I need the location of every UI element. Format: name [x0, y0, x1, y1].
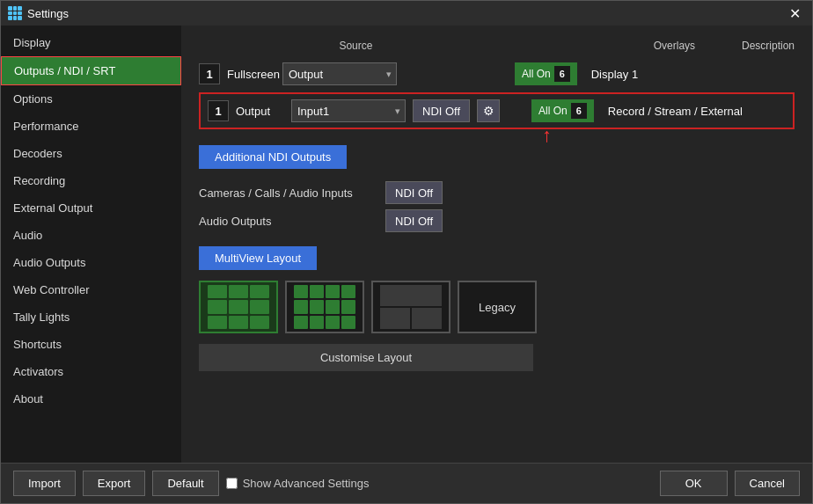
sidebar-item-about[interactable]: About — [1, 385, 181, 413]
sidebar-item-audio-outputs[interactable]: Audio Outputs — [1, 249, 181, 276]
main-content: Display Outputs / NDI / SRT Options Perf… — [1, 26, 812, 463]
import-button[interactable]: Import — [13, 471, 76, 496]
layout-2col-grid — [380, 285, 442, 329]
fullscreen-source-select[interactable]: Output Input1 Input2 — [282, 62, 397, 85]
bottom-bar: Import Export Default Show Advanced Sett… — [1, 463, 812, 503]
customise-layout-button[interactable]: Customise Layout — [199, 344, 533, 371]
sidebar-item-external-output[interactable]: External Output — [1, 194, 181, 222]
layout-3x3[interactable] — [199, 281, 278, 333]
cameras-label: Cameras / Calls / Audio Inputs — [199, 186, 375, 200]
multiview-button[interactable]: MultiView Layout — [199, 246, 317, 270]
audio-ndi-row: Audio Outputs NDI Off — [199, 209, 795, 232]
show-advanced-checkbox[interactable] — [226, 478, 238, 489]
description-header: Description — [742, 40, 795, 52]
multiview-section: MultiView Layout — [199, 246, 795, 371]
layout-legacy[interactable]: Legacy — [458, 281, 537, 333]
sidebar-item-activators[interactable]: Activators — [1, 358, 181, 385]
audio-ndi-button[interactable]: NDI Off — [385, 209, 443, 232]
overlays-header: Overlays — [654, 40, 742, 52]
layout-options: Legacy — [199, 281, 795, 333]
fullscreen-overlays-text: All On — [522, 68, 551, 80]
cancel-button[interactable]: Cancel — [735, 471, 800, 496]
fullscreen-label: Fullscreen — [227, 68, 275, 81]
layout-4x3[interactable] — [285, 281, 364, 333]
fullscreen-row: 1 Fullscreen Output Input1 Input2 All On… — [199, 62, 795, 85]
output-ndi-button[interactable]: NDI Off — [413, 99, 470, 122]
output-overlays-button[interactable]: All On 6 — [531, 99, 594, 122]
fullscreen-num: 1 — [199, 63, 220, 84]
app-icon — [8, 6, 22, 20]
default-button[interactable]: Default — [152, 471, 218, 496]
titlebar: Settings ✕ — [1, 1, 812, 26]
sidebar-item-performance[interactable]: Performance — [1, 113, 181, 140]
bottom-left: Import Export Default Show Advanced Sett… — [13, 471, 369, 496]
additional-ndi-section: Additional NDI Outputs Cameras / Calls /… — [199, 145, 795, 232]
output-overlays-count: 6 — [571, 103, 587, 119]
audio-outputs-label: Audio Outputs — [199, 215, 375, 228]
output-row-bordered: 1 Output Input1 Input2 Output NDI Off ⚙ … — [199, 92, 795, 129]
sidebar-item-audio[interactable]: Audio — [1, 222, 181, 249]
output-source-select[interactable]: Input1 Input2 Output — [291, 99, 406, 122]
layout-4x3-grid — [294, 285, 355, 329]
output-label: Output — [236, 105, 284, 118]
output-overlays-text: All On — [538, 105, 568, 117]
show-advanced-label: Show Advanced Settings — [243, 477, 370, 490]
content-area: Source Overlays Description 1 Fullscreen… — [181, 26, 812, 463]
sidebar-item-recording[interactable]: Recording — [1, 167, 181, 194]
source-header: Source — [339, 40, 454, 52]
sidebar-item-display[interactable]: Display — [1, 29, 181, 56]
export-button[interactable]: Export — [83, 471, 146, 496]
output-num: 1 — [208, 100, 229, 121]
fullscreen-overlays-count: 6 — [554, 66, 570, 82]
sidebar-item-decoders[interactable]: Decoders — [1, 140, 181, 167]
fullscreen-source-wrapper: Output Input1 Input2 — [282, 62, 397, 85]
settings-window: Settings ✕ Display Outputs / NDI / SRT O… — [0, 0, 813, 504]
column-headers: Source Overlays Description — [199, 40, 795, 52]
show-advanced-row: Show Advanced Settings — [226, 477, 370, 490]
fullscreen-description: Display 1 — [591, 68, 638, 81]
ok-button[interactable]: OK — [660, 471, 728, 496]
layout-3x3-grid — [208, 285, 269, 329]
cameras-ndi-button[interactable]: NDI Off — [385, 181, 443, 204]
window-title: Settings — [27, 7, 69, 20]
sidebar-item-tally-lights[interactable]: Tally Lights — [1, 303, 181, 331]
sidebar-item-shortcuts[interactable]: Shortcuts — [1, 331, 181, 358]
output-source-wrapper: Input1 Input2 Output — [291, 99, 406, 122]
arrow-indicator: ↑ — [542, 126, 552, 145]
bottom-right: OK Cancel — [660, 471, 800, 496]
legacy-label: Legacy — [479, 301, 516, 314]
sidebar-item-web-controller[interactable]: Web Controller — [1, 276, 181, 303]
output-description: Record / Stream / External — [608, 105, 743, 118]
additional-ndi-button[interactable]: Additional NDI Outputs — [199, 145, 347, 169]
sidebar-item-options[interactable]: Options — [1, 85, 181, 113]
gear-button[interactable]: ⚙ — [477, 99, 500, 122]
titlebar-left: Settings — [8, 6, 69, 20]
cameras-ndi-row: Cameras / Calls / Audio Inputs NDI Off — [199, 181, 795, 204]
layout-2col[interactable] — [371, 281, 450, 333]
fullscreen-overlays-button[interactable]: All On 6 — [515, 62, 577, 85]
sidebar: Display Outputs / NDI / SRT Options Perf… — [1, 26, 181, 463]
close-button[interactable]: ✕ — [784, 3, 805, 24]
sidebar-item-outputs[interactable]: Outputs / NDI / SRT — [1, 56, 181, 85]
